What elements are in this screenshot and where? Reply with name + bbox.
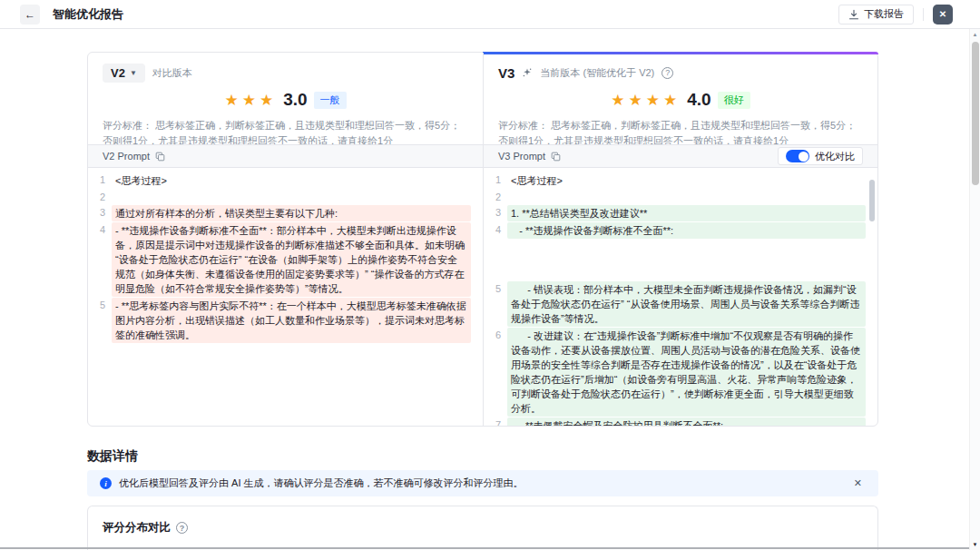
code-line-text: 1. **总结错误类型及改进建议**	[507, 205, 866, 221]
banner-close-icon[interactable]: ✕	[854, 477, 862, 489]
code-line: 2	[88, 190, 483, 205]
code-line: 1<思考过程>	[88, 172, 483, 190]
line-number: 2	[88, 190, 110, 205]
line-number: 7	[484, 417, 505, 426]
titlebar-actions: 下载报告 ✕	[838, 5, 953, 25]
v2-version-select[interactable]: V2 ▼	[103, 64, 145, 83]
code-line: 4- **违规操作设备判断标准不全面**：部分样本中，大模型未判断出违规操作设备…	[88, 222, 483, 298]
scrollbar-up-arrow[interactable]: ▲	[970, 32, 980, 37]
chevron-down-icon: ▼	[130, 69, 137, 77]
help-circle-icon[interactable]: ?	[662, 67, 673, 79]
code-line: 4 - **违规操作设备判断标准不全面**:	[484, 222, 877, 240]
v3-score: 4.0	[687, 90, 710, 110]
v2-panel: V2 ▼ 对比版本 ★★★ 3.0 一般 评分标准： 思考标签正确，判断标签正确…	[88, 53, 483, 426]
code-line-text: 通过对所有样本的分析，错误类型主要有以下几种:	[112, 205, 471, 221]
sparkle-icon	[522, 67, 533, 78]
download-report-label: 下载报告	[864, 7, 904, 21]
line-number: 5	[484, 281, 505, 297]
ai-generated-info-banner: i 优化后模型回答及评分由 AI 生成，请确认评分是否准确，若不准确可修改评分和…	[87, 470, 878, 496]
data-details-title: 数据详情	[87, 448, 138, 465]
code-line-text	[112, 190, 471, 204]
banner-text: 优化后模型回答及评分由 AI 生成，请确认评分是否准确，若不准确可修改评分和评分…	[119, 476, 524, 490]
titlebar-divider	[923, 8, 924, 21]
code-line-text: <思考过程>	[112, 172, 471, 189]
v2-star-rating: ★★★	[224, 93, 277, 108]
v2-score-badge: 一般	[314, 92, 347, 109]
code-line-text: - 改进建议：在“违规操作设备”判断标准中增加“不仅观察是否有明确的操作设备动作…	[507, 328, 866, 417]
code-line: 5- **思考标签内容与图片实际不符**：在一个样本中，大模型思考标签未准确依据…	[88, 298, 483, 344]
v3-prompt-bar: V3 Prompt 优化对比	[484, 144, 877, 168]
line-number: 4	[88, 222, 110, 238]
v3-scoring-criteria: 评分标准： 思考标签正确，判断标签正确，且违规类型和理想回答一致，得5分； 否则…	[498, 118, 863, 144]
v2-version-tag: 对比版本	[152, 66, 192, 80]
info-icon: i	[100, 477, 112, 489]
line-number: 1	[88, 172, 110, 188]
code-line: 7 - **未佩戴安全帽及安全防护用具判断不全面**:	[484, 417, 877, 426]
v2-score: 3.0	[283, 90, 307, 110]
v2-prompt-label: V2 Prompt	[103, 151, 150, 162]
page-title: 智能优化报告	[53, 6, 123, 23]
close-icon: ✕	[939, 9, 946, 19]
copy-icon[interactable]	[551, 152, 561, 162]
v3-prompt-code[interactable]: 1<思考过程>231. **总结错误类型及改进建议**4 - **违规操作设备判…	[484, 168, 877, 426]
download-icon	[848, 9, 859, 20]
code-line: 3通过对所有样本的分析，错误类型主要有以下几种:	[88, 205, 483, 222]
code-line-text: - **违规操作设备判断标准不全面**:	[507, 222, 866, 239]
v2-prompt-code[interactable]: 1<思考过程>23通过对所有样本的分析，错误类型主要有以下几种:4- **违规操…	[88, 168, 483, 426]
v3-prompt-label: V3 Prompt	[498, 151, 545, 162]
toggle-switch-on[interactable]	[786, 150, 809, 162]
line-number: 5	[88, 298, 110, 313]
v2-scoring-criteria: 评分标准： 思考标签正确，判断标签正确，且违规类型和理想回答一致，得5分； 否则…	[103, 118, 468, 144]
optimize-compare-label: 优化对比	[815, 150, 855, 163]
v3-panel-header: V3 当前版本 (智能优化于 V2) ? ★★★★ 4.0 很好 评分标准： 思…	[484, 53, 877, 144]
line-number: 4	[484, 222, 505, 238]
page-scrollbar[interactable]: ▲ ▼	[969, 29, 980, 550]
line-number: 6	[484, 328, 505, 343]
score-distribution-card: 评分分布对比 ?	[87, 506, 878, 550]
line-number: 3	[88, 205, 110, 221]
version-comparison-card: V2 ▼ 对比版本 ★★★ 3.0 一般 评分标准： 思考标签正确，判断标签正确…	[87, 52, 878, 427]
arrow-left-icon: ←	[24, 8, 35, 21]
v2-version-label: V2	[111, 66, 125, 80]
page-scrollbar-thumb[interactable]	[972, 42, 979, 185]
line-number: 3	[484, 205, 505, 221]
optimize-compare-toggle[interactable]: 优化对比	[778, 147, 863, 165]
line-number: 2	[484, 190, 505, 205]
code-line-text: - 错误表现：部分样本中，大模型未全面判断违规操作设备情况，如漏判“设备处于危险…	[507, 281, 866, 327]
code-line-text: - **违规操作设备判断标准不全面**：部分样本中，大模型未判断出违规操作设备，…	[112, 222, 471, 297]
code-line: 1<思考过程>	[484, 172, 877, 190]
v2-prompt-bar: V2 Prompt	[88, 144, 483, 168]
v3-score-badge: 很好	[718, 92, 750, 109]
v3-code-scrollbar-thumb[interactable]	[869, 180, 875, 221]
code-line: 31. **总结错误类型及改进建议**	[484, 205, 877, 222]
copy-icon[interactable]	[155, 152, 165, 162]
download-report-button[interactable]: 下载报告	[838, 5, 914, 25]
v3-version-tag: 当前版本 (智能优化于 V2)	[540, 66, 654, 80]
code-alignment-gap	[484, 240, 877, 281]
help-circle-icon[interactable]: ?	[176, 522, 188, 534]
code-line-text: - **思考标签内容与图片实际不符**：在一个样本中，大模型思考标签未准确依据图…	[112, 298, 471, 343]
v3-star-rating: ★★★★	[611, 93, 681, 108]
horizontal-scrollbar[interactable]	[0, 547, 969, 549]
code-line: 5 - 错误表现：部分样本中，大模型未全面判断违规操作设备情况，如漏判“设备处于…	[484, 281, 877, 328]
code-line-text: <思考过程>	[507, 172, 866, 189]
titlebar: ← 智能优化报告 下载报告 ✕	[0, 0, 980, 29]
v3-panel: V3 当前版本 (智能优化于 V2) ? ★★★★ 4.0 很好 评分标准： 思…	[483, 53, 877, 426]
code-line: 2	[484, 190, 877, 205]
back-button[interactable]: ←	[20, 5, 40, 25]
code-line: 6 - 改进建议：在“违规操作设备”判断标准中增加“不仅观察是否有明确的操作设备…	[484, 328, 877, 417]
line-number: 1	[484, 172, 505, 188]
scrollbar-down-arrow[interactable]: ▼	[970, 542, 980, 547]
score-distribution-title: 评分分布对比	[103, 520, 171, 535]
v3-version-label: V3	[498, 65, 514, 81]
code-line-text	[507, 190, 866, 204]
close-button[interactable]: ✕	[933, 5, 953, 25]
code-line-text: - **未佩戴安全帽及安全防护用具判断不全面**:	[507, 417, 866, 426]
v2-panel-header: V2 ▼ 对比版本 ★★★ 3.0 一般 评分标准： 思考标签正确，判断标签正确…	[88, 53, 483, 144]
